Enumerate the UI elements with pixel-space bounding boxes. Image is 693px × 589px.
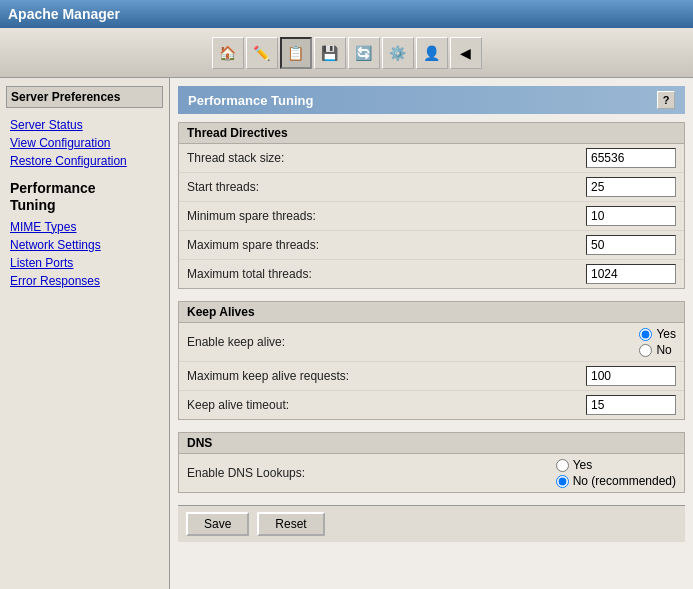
sidebar-active-section: PerformanceTuning <box>10 180 159 214</box>
save-button[interactable]: Save <box>186 512 249 536</box>
max-total-threads-label: Maximum total threads: <box>187 267 586 281</box>
toolbar-back-btn[interactable]: ◀ <box>450 37 482 69</box>
dns-no-option[interactable]: No (recommended) <box>556 474 676 488</box>
keepalive-no-option[interactable]: No <box>639 343 676 357</box>
toolbar-reload-btn[interactable]: 🔄 <box>348 37 380 69</box>
toolbar: 🏠 ✏️ 📋 💾 🔄 ⚙️ 👤 ◀ <box>0 28 693 78</box>
dns-radio-group: Yes No (recommended) <box>556 458 676 488</box>
toolbar-save-btn[interactable]: 💾 <box>314 37 346 69</box>
main-layout: Server Preferences Server Status View Co… <box>0 78 693 589</box>
keepalive-timeout-input[interactable] <box>586 395 676 415</box>
max-spare-threads-label: Maximum spare threads: <box>187 238 586 252</box>
dns-lookups-label: Enable DNS Lookups: <box>187 466 556 480</box>
dns-no-label: No (recommended) <box>573 474 676 488</box>
form-row-start-threads: Start threads: <box>179 173 684 202</box>
form-row-dns-lookups: Enable DNS Lookups: Yes No (recommended) <box>179 454 684 492</box>
max-keepalive-requests-input[interactable] <box>586 366 676 386</box>
sidebar-item-view-configuration[interactable]: View Configuration <box>6 134 163 152</box>
sidebar-title: Server Preferences <box>6 86 163 108</box>
thread-directives-section: Thread Directives Thread stack size: Sta… <box>178 122 685 289</box>
dns-yes-option[interactable]: Yes <box>556 458 676 472</box>
dns-section: DNS Enable DNS Lookups: Yes No (recommen… <box>178 432 685 493</box>
form-row-enable-keepalive: Enable keep alive: Yes No <box>179 323 684 362</box>
section-header: Performance Tuning ? <box>178 86 685 114</box>
thread-stack-size-input[interactable] <box>586 148 676 168</box>
max-total-threads-input[interactable] <box>586 264 676 284</box>
form-row-thread-stack-size: Thread stack size: <box>179 144 684 173</box>
toolbar-home-btn[interactable]: 🏠 <box>212 37 244 69</box>
content-area: Performance Tuning ? Thread Directives T… <box>170 78 693 589</box>
toolbar-settings-btn[interactable]: ⚙️ <box>382 37 414 69</box>
app-title: Apache Manager <box>8 6 120 22</box>
footer: Save Reset <box>178 505 685 542</box>
sidebar-item-listen-ports[interactable]: Listen Ports <box>6 254 163 272</box>
toolbar-user-btn[interactable]: 👤 <box>416 37 448 69</box>
keepalive-yes-option[interactable]: Yes <box>639 327 676 341</box>
sidebar-item-network-settings[interactable]: Network Settings <box>6 236 163 254</box>
enable-keepalive-label: Enable keep alive: <box>187 335 639 349</box>
sidebar: Server Preferences Server Status View Co… <box>0 78 170 589</box>
section-heading: Performance Tuning <box>188 93 313 108</box>
keepalive-no-radio[interactable] <box>639 344 652 357</box>
form-row-min-spare-threads: Minimum spare threads: <box>179 202 684 231</box>
form-row-keepalive-timeout: Keep alive timeout: <box>179 391 684 419</box>
keepalive-no-label: No <box>656 343 671 357</box>
keepalive-radio-group: Yes No <box>639 327 676 357</box>
dns-title: DNS <box>179 433 684 454</box>
thread-stack-size-label: Thread stack size: <box>187 151 586 165</box>
sidebar-item-restore-configuration[interactable]: Restore Configuration <box>6 152 163 170</box>
max-spare-threads-input[interactable] <box>586 235 676 255</box>
toolbar-config-btn[interactable]: 📋 <box>280 37 312 69</box>
form-row-max-keepalive-requests: Maximum keep alive requests: <box>179 362 684 391</box>
help-button[interactable]: ? <box>657 91 675 109</box>
min-spare-threads-input[interactable] <box>586 206 676 226</box>
dns-yes-radio[interactable] <box>556 459 569 472</box>
form-row-max-spare-threads: Maximum spare threads: <box>179 231 684 260</box>
keep-alives-title: Keep Alives <box>179 302 684 323</box>
sidebar-item-error-responses[interactable]: Error Responses <box>6 272 163 290</box>
toolbar-edit-btn[interactable]: ✏️ <box>246 37 278 69</box>
min-spare-threads-label: Minimum spare threads: <box>187 209 586 223</box>
reset-button[interactable]: Reset <box>257 512 324 536</box>
keep-alives-section: Keep Alives Enable keep alive: Yes No Ma… <box>178 301 685 420</box>
keepalive-timeout-label: Keep alive timeout: <box>187 398 586 412</box>
max-keepalive-requests-label: Maximum keep alive requests: <box>187 369 586 383</box>
sidebar-item-server-status[interactable]: Server Status <box>6 116 163 134</box>
keepalive-yes-radio[interactable] <box>639 328 652 341</box>
sidebar-item-mime-types[interactable]: MIME Types <box>6 218 163 236</box>
start-threads-input[interactable] <box>586 177 676 197</box>
keepalive-yes-label: Yes <box>656 327 676 341</box>
form-row-max-total-threads: Maximum total threads: <box>179 260 684 288</box>
title-bar: Apache Manager <box>0 0 693 28</box>
thread-directives-title: Thread Directives <box>179 123 684 144</box>
dns-yes-label: Yes <box>573 458 593 472</box>
start-threads-label: Start threads: <box>187 180 586 194</box>
dns-no-radio[interactable] <box>556 475 569 488</box>
